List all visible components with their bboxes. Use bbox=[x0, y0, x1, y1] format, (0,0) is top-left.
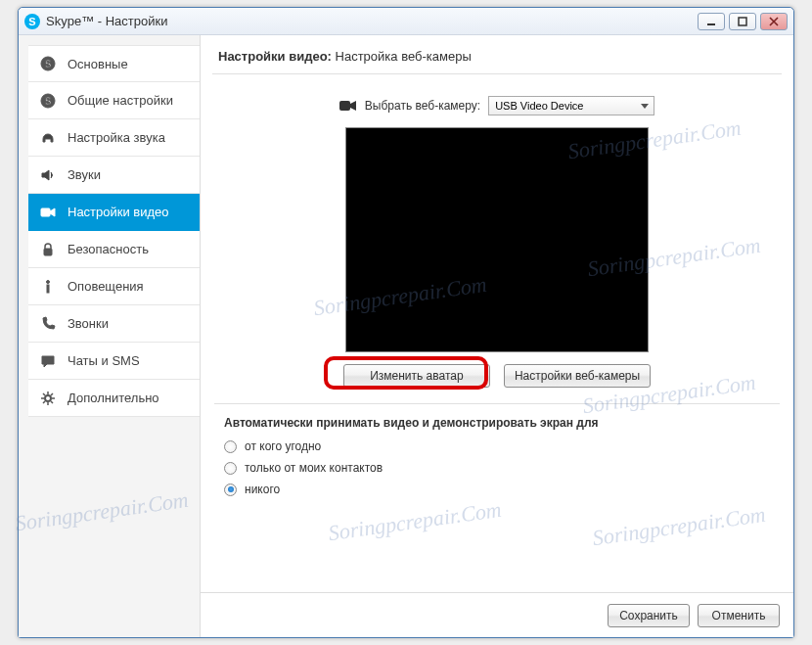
sidebar-item-label: Звонки bbox=[68, 316, 109, 331]
sidebar-item-video[interactable]: Настройки видео bbox=[28, 194, 200, 231]
divider bbox=[212, 73, 782, 74]
sidebar-item-audio[interactable]: Настройка звука bbox=[28, 119, 200, 157]
radio-label: от кого угодно bbox=[245, 439, 321, 453]
speaker-icon bbox=[38, 167, 58, 183]
radio-anyone[interactable]: от кого угодно bbox=[224, 439, 770, 453]
sidebar-item-label: Общие настройки bbox=[68, 93, 173, 108]
gear-icon bbox=[38, 391, 58, 406]
webcam-preview bbox=[345, 127, 649, 352]
skype-icon: S bbox=[38, 93, 58, 109]
svg-rect-0 bbox=[707, 23, 715, 25]
page-title-rest: Настройка веб-камеры bbox=[332, 49, 472, 64]
skype-icon: S bbox=[38, 56, 58, 71]
divider bbox=[214, 403, 780, 404]
sidebar-item-advanced[interactable]: Дополнительно bbox=[28, 380, 200, 417]
sidebar-item-sounds[interactable]: Звуки bbox=[28, 157, 200, 194]
auto-accept-section: Автоматически принимать видео и демонстр… bbox=[201, 416, 793, 504]
info-icon bbox=[38, 279, 58, 295]
sidebar-item-notifications[interactable]: Оповещения bbox=[28, 268, 200, 305]
radio-icon bbox=[224, 484, 237, 496]
sidebar-item-label: Дополнительно bbox=[68, 391, 159, 405]
sidebar-item-security[interactable]: Безопасность bbox=[28, 231, 200, 268]
preview-buttons-row: Изменить аватар Настройки веб-камеры bbox=[201, 360, 793, 401]
sidebar-item-label: Чаты и SMS bbox=[68, 353, 140, 368]
radio-icon bbox=[224, 440, 237, 453]
auto-accept-title: Автоматически принимать видео и демонстр… bbox=[224, 416, 770, 430]
radio-icon bbox=[224, 462, 237, 475]
lock-icon bbox=[38, 242, 58, 257]
change-avatar-button[interactable]: Изменить аватар bbox=[343, 364, 490, 388]
svg-rect-1 bbox=[739, 18, 746, 25]
sidebar-item-label: Безопасность bbox=[68, 242, 149, 256]
webcam-select-label: Выбрать веб-камеру: bbox=[365, 99, 480, 113]
headset-icon bbox=[38, 130, 58, 146]
svg-text:S: S bbox=[45, 96, 52, 107]
save-button[interactable]: Сохранить bbox=[608, 604, 690, 627]
close-button[interactable] bbox=[760, 13, 788, 30]
sidebar-item-label: Оповещения bbox=[68, 279, 144, 294]
svg-rect-7 bbox=[44, 249, 52, 255]
svg-text:S: S bbox=[45, 59, 52, 69]
sidebar-item-chats[interactable]: Чаты и SMS bbox=[28, 343, 200, 380]
maximize-button[interactable] bbox=[729, 13, 756, 30]
webcam-settings-button[interactable]: Настройки веб-камеры bbox=[504, 364, 651, 388]
sidebar: S Основные S Общие настройки Настройка з… bbox=[19, 35, 201, 637]
radio-label: только от моих контактов bbox=[245, 461, 383, 475]
skype-logo-icon: S bbox=[24, 14, 40, 29]
radio-contacts[interactable]: только от моих контактов bbox=[224, 461, 770, 475]
settings-window: S Skype™ - Настройки S Основные bbox=[18, 7, 794, 638]
webcam-dropdown-value: USB Video Device bbox=[495, 100, 583, 112]
svg-rect-9 bbox=[47, 285, 49, 293]
webcam-dropdown[interactable]: USB Video Device bbox=[488, 96, 654, 115]
page-title: Настройки видео: Настройка веб-камеры bbox=[201, 35, 793, 73]
sidebar-item-label: Настройки видео bbox=[68, 205, 169, 219]
svg-point-8 bbox=[47, 280, 50, 283]
camera-icon bbox=[339, 100, 357, 112]
titlebar: S Skype™ - Настройки bbox=[19, 8, 793, 35]
camera-icon bbox=[38, 205, 58, 220]
sidebar-item-label: Настройка звука bbox=[68, 130, 165, 145]
content-area: S Основные S Общие настройки Настройка з… bbox=[19, 35, 793, 637]
window-controls bbox=[698, 13, 788, 30]
footer: Сохранить Отменить bbox=[201, 592, 793, 637]
svg-rect-6 bbox=[41, 208, 50, 216]
cancel-button[interactable]: Отменить bbox=[698, 604, 780, 627]
webcam-select-row: Выбрать веб-камеру: USB Video Device bbox=[201, 84, 793, 121]
svg-rect-11 bbox=[339, 101, 350, 111]
sidebar-item-general-settings[interactable]: S Общие настройки bbox=[28, 82, 200, 119]
svg-point-10 bbox=[45, 395, 51, 401]
radio-nobody[interactable]: никого bbox=[224, 483, 770, 496]
sidebar-item-calls[interactable]: Звонки bbox=[28, 305, 200, 343]
sidebar-item-label: Звуки bbox=[68, 167, 101, 182]
chat-icon bbox=[38, 353, 58, 369]
window-title: Skype™ - Настройки bbox=[46, 14, 698, 28]
sidebar-item-general[interactable]: S Основные bbox=[28, 45, 200, 82]
main-panel: Настройки видео: Настройка веб-камеры Вы… bbox=[201, 35, 793, 637]
sidebar-item-label: Основные bbox=[68, 57, 128, 71]
phone-icon bbox=[38, 316, 58, 332]
radio-label: никого bbox=[245, 483, 280, 496]
page-title-bold: Настройки видео: bbox=[218, 49, 332, 64]
minimize-button[interactable] bbox=[698, 13, 725, 30]
